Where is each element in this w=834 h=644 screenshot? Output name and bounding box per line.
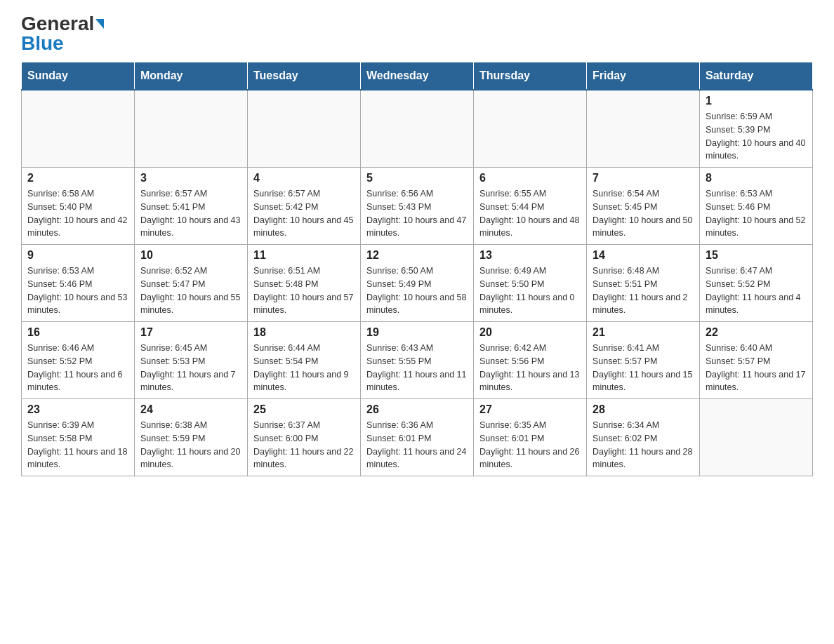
- day-info: Sunrise: 6:57 AMSunset: 5:41 PMDaylight:…: [140, 187, 241, 240]
- calendar-week-3: 9Sunrise: 6:53 AMSunset: 5:46 PMDaylight…: [22, 245, 813, 322]
- day-info: Sunrise: 6:50 AMSunset: 5:49 PMDaylight:…: [366, 264, 468, 317]
- calendar-cell: 6Sunrise: 6:55 AMSunset: 5:44 PMDaylight…: [474, 168, 587, 245]
- day-info: Sunrise: 6:44 AMSunset: 5:54 PMDaylight:…: [253, 342, 355, 394]
- day-number: 25: [253, 403, 355, 416]
- calendar-cell: 24Sunrise: 6:38 AMSunset: 5:59 PMDayligh…: [135, 399, 248, 476]
- day-number: 9: [27, 249, 128, 262]
- day-info: Sunrise: 6:51 AMSunset: 5:48 PMDaylight:…: [253, 264, 355, 317]
- weekday-header-friday: Friday: [587, 62, 700, 90]
- day-info: Sunrise: 6:47 AMSunset: 5:52 PMDaylight:…: [706, 264, 807, 317]
- day-number: 12: [366, 249, 468, 262]
- calendar-week-4: 16Sunrise: 6:46 AMSunset: 5:52 PMDayligh…: [22, 322, 813, 399]
- calendar-cell: 4Sunrise: 6:57 AMSunset: 5:42 PMDaylight…: [248, 168, 361, 245]
- calendar-cell: [361, 90, 474, 168]
- logo-blue-text: Blue: [21, 32, 64, 55]
- weekday-header-tuesday: Tuesday: [248, 62, 361, 90]
- calendar-cell: 26Sunrise: 6:36 AMSunset: 6:01 PMDayligh…: [361, 399, 474, 476]
- day-info: Sunrise: 6:52 AMSunset: 5:47 PMDaylight:…: [140, 264, 241, 317]
- calendar-cell: 5Sunrise: 6:56 AMSunset: 5:43 PMDaylight…: [361, 168, 474, 245]
- day-info: Sunrise: 6:49 AMSunset: 5:50 PMDaylight:…: [479, 264, 581, 317]
- day-number: 20: [479, 326, 581, 339]
- weekday-header-thursday: Thursday: [474, 62, 587, 90]
- calendar-cell: 27Sunrise: 6:35 AMSunset: 6:01 PMDayligh…: [474, 399, 587, 476]
- day-number: 5: [366, 172, 468, 185]
- day-number: 1: [706, 95, 807, 107]
- calendar-cell: 14Sunrise: 6:48 AMSunset: 5:51 PMDayligh…: [587, 245, 700, 322]
- calendar-week-2: 2Sunrise: 6:58 AMSunset: 5:40 PMDaylight…: [22, 168, 813, 245]
- day-info: Sunrise: 6:53 AMSunset: 5:46 PMDaylight:…: [706, 187, 807, 240]
- day-info: Sunrise: 6:56 AMSunset: 5:43 PMDaylight:…: [366, 187, 468, 240]
- day-number: 28: [593, 403, 694, 416]
- day-info: Sunrise: 6:37 AMSunset: 6:00 PMDaylight:…: [253, 419, 355, 471]
- page-header: General Blue: [21, 14, 813, 55]
- day-info: Sunrise: 6:43 AMSunset: 5:55 PMDaylight:…: [366, 342, 468, 394]
- calendar-cell: [474, 90, 587, 168]
- calendar-cell: 8Sunrise: 6:53 AMSunset: 5:46 PMDaylight…: [700, 168, 813, 245]
- day-info: Sunrise: 6:41 AMSunset: 5:57 PMDaylight:…: [593, 342, 694, 394]
- calendar-cell: 28Sunrise: 6:34 AMSunset: 6:02 PMDayligh…: [587, 399, 700, 476]
- day-number: 22: [706, 326, 807, 339]
- day-number: 19: [366, 326, 468, 339]
- day-info: Sunrise: 6:57 AMSunset: 5:42 PMDaylight:…: [253, 187, 355, 240]
- calendar-week-1: 1Sunrise: 6:59 AMSunset: 5:39 PMDaylight…: [22, 90, 813, 168]
- day-info: Sunrise: 6:53 AMSunset: 5:46 PMDaylight:…: [27, 264, 128, 317]
- calendar-cell: 3Sunrise: 6:57 AMSunset: 5:41 PMDaylight…: [135, 168, 248, 245]
- weekday-header-monday: Monday: [135, 62, 248, 90]
- calendar-cell: [22, 90, 135, 168]
- logo-general-text: General: [21, 14, 94, 34]
- day-info: Sunrise: 6:45 AMSunset: 5:53 PMDaylight:…: [140, 342, 241, 394]
- day-number: 7: [593, 172, 694, 185]
- day-info: Sunrise: 6:59 AMSunset: 5:39 PMDaylight:…: [706, 110, 807, 163]
- day-number: 4: [253, 172, 355, 185]
- calendar-cell: 23Sunrise: 6:39 AMSunset: 5:58 PMDayligh…: [22, 399, 135, 476]
- day-number: 16: [27, 326, 128, 339]
- calendar-cell: 19Sunrise: 6:43 AMSunset: 5:55 PMDayligh…: [361, 322, 474, 399]
- calendar-cell: 25Sunrise: 6:37 AMSunset: 6:00 PMDayligh…: [248, 399, 361, 476]
- day-info: Sunrise: 6:42 AMSunset: 5:56 PMDaylight:…: [479, 342, 581, 394]
- day-number: 3: [140, 172, 241, 185]
- day-number: 23: [27, 403, 128, 416]
- day-info: Sunrise: 6:34 AMSunset: 6:02 PMDaylight:…: [593, 419, 694, 471]
- logo: General Blue: [21, 14, 104, 55]
- calendar-cell: 21Sunrise: 6:41 AMSunset: 5:57 PMDayligh…: [587, 322, 700, 399]
- day-number: 8: [706, 172, 807, 185]
- calendar-cell: 16Sunrise: 6:46 AMSunset: 5:52 PMDayligh…: [22, 322, 135, 399]
- calendar-cell: 17Sunrise: 6:45 AMSunset: 5:53 PMDayligh…: [135, 322, 248, 399]
- day-number: 2: [27, 172, 128, 185]
- day-number: 27: [479, 403, 581, 416]
- calendar-cell: 22Sunrise: 6:40 AMSunset: 5:57 PMDayligh…: [700, 322, 813, 399]
- calendar-cell: [700, 399, 813, 476]
- calendar-cell: [587, 90, 700, 168]
- calendar-cell: 20Sunrise: 6:42 AMSunset: 5:56 PMDayligh…: [474, 322, 587, 399]
- day-number: 6: [479, 172, 581, 185]
- day-number: 24: [140, 403, 241, 416]
- calendar-cell: 9Sunrise: 6:53 AMSunset: 5:46 PMDaylight…: [22, 245, 135, 322]
- calendar-cell: 12Sunrise: 6:50 AMSunset: 5:49 PMDayligh…: [361, 245, 474, 322]
- weekday-header-saturday: Saturday: [700, 62, 813, 90]
- calendar-table: SundayMondayTuesdayWednesdayThursdayFrid…: [21, 62, 813, 476]
- day-number: 10: [140, 249, 241, 262]
- day-info: Sunrise: 6:40 AMSunset: 5:57 PMDaylight:…: [706, 342, 807, 394]
- day-number: 18: [253, 326, 355, 339]
- calendar-cell: 18Sunrise: 6:44 AMSunset: 5:54 PMDayligh…: [248, 322, 361, 399]
- calendar-cell: 7Sunrise: 6:54 AMSunset: 5:45 PMDaylight…: [587, 168, 700, 245]
- day-number: 15: [706, 249, 807, 262]
- calendar-cell: 2Sunrise: 6:58 AMSunset: 5:40 PMDaylight…: [22, 168, 135, 245]
- day-info: Sunrise: 6:48 AMSunset: 5:51 PMDaylight:…: [593, 264, 694, 317]
- weekday-header-wednesday: Wednesday: [361, 62, 474, 90]
- day-info: Sunrise: 6:36 AMSunset: 6:01 PMDaylight:…: [366, 419, 468, 471]
- day-number: 13: [479, 249, 581, 262]
- day-info: Sunrise: 6:46 AMSunset: 5:52 PMDaylight:…: [27, 342, 128, 394]
- day-number: 21: [593, 326, 694, 339]
- day-number: 26: [366, 403, 468, 416]
- day-info: Sunrise: 6:58 AMSunset: 5:40 PMDaylight:…: [27, 187, 128, 240]
- calendar-cell: 15Sunrise: 6:47 AMSunset: 5:52 PMDayligh…: [700, 245, 813, 322]
- day-info: Sunrise: 6:55 AMSunset: 5:44 PMDaylight:…: [479, 187, 581, 240]
- calendar-header-row: SundayMondayTuesdayWednesdayThursdayFrid…: [22, 62, 813, 90]
- day-number: 11: [253, 249, 355, 262]
- day-number: 17: [140, 326, 241, 339]
- calendar-cell: [135, 90, 248, 168]
- day-info: Sunrise: 6:54 AMSunset: 5:45 PMDaylight:…: [593, 187, 694, 240]
- day-info: Sunrise: 6:35 AMSunset: 6:01 PMDaylight:…: [479, 419, 581, 471]
- logo-arrow-icon: [95, 19, 104, 29]
